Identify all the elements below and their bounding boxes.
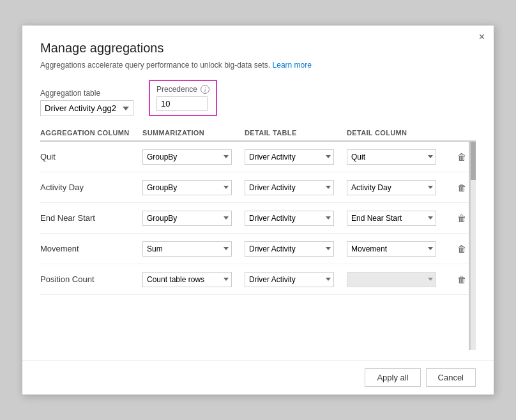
col-header-detail-table: DETAIL TABLE	[245, 129, 347, 137]
delete-row-button[interactable]: 🗑	[449, 152, 471, 162]
summarization-select[interactable]: GroupBySumMinMaxCountCount table rowsAve…	[142, 211, 232, 226]
agg-column-label: Activity Day	[40, 183, 142, 192]
detail-table-select[interactable]: Driver Activity	[245, 149, 334, 165]
detail-column-select[interactable]: MovementQuitActivity DayEnd Near StartMo…	[347, 241, 436, 257]
precedence-box: Precedence i	[149, 80, 217, 116]
agg-column-label: End Near Start	[40, 213, 142, 223]
aggregation-table-select[interactable]: Driver Activity Agg2	[40, 100, 133, 116]
rows-container: QuitGroupBySumMinMaxCountCount table row…	[40, 141, 476, 350]
dialog-body: Manage aggregations Aggregations acceler…	[22, 26, 494, 360]
learn-more-link[interactable]: Learn more	[273, 61, 312, 70]
table-row: End Near StartGroupBySumMinMaxCountCount…	[40, 203, 469, 234]
scrollbar-track[interactable]	[471, 142, 476, 350]
detail-table-select[interactable]: Driver Activity	[245, 180, 334, 195]
top-controls: Aggregation table Driver Activity Agg2 P…	[40, 80, 476, 116]
close-button[interactable]: ×	[479, 32, 485, 42]
summarization-select[interactable]: GroupBySumMinMaxCountCount table rowsAve…	[142, 241, 232, 257]
table-row: Activity DayGroupBySumMinMaxCountCount t…	[40, 172, 469, 203]
aggregation-table-group: Aggregation table Driver Activity Agg2	[40, 89, 133, 116]
manage-aggregations-dialog: × Manage aggregations Aggregations accel…	[22, 25, 494, 395]
info-icon: i	[201, 85, 209, 94]
cancel-button[interactable]: Cancel	[426, 368, 476, 387]
detail-table-select[interactable]: Driver Activity	[245, 241, 334, 257]
precedence-input[interactable]	[156, 96, 208, 111]
dialog-footer: Apply all Cancel	[22, 360, 494, 394]
aggregation-table-label: Aggregation table	[40, 89, 133, 98]
agg-column-label: Position Count	[40, 274, 142, 284]
dialog-subtitle: Aggregations accelerate query performanc…	[40, 61, 476, 70]
scrollbar-thumb	[471, 142, 476, 180]
delete-row-button[interactable]: 🗑	[449, 244, 471, 254]
detail-column-select	[347, 272, 436, 287]
table-row: MovementGroupBySumMinMaxCountCount table…	[40, 234, 469, 264]
delete-row-button[interactable]: 🗑	[449, 274, 471, 285]
apply-all-button[interactable]: Apply all	[365, 368, 420, 387]
col-header-detail-col: DETAIL COLUMN	[347, 129, 449, 137]
table-row: QuitGroupBySumMinMaxCountCount table row…	[40, 142, 469, 172]
delete-row-button[interactable]: 🗑	[449, 183, 471, 193]
agg-column-label: Quit	[40, 152, 142, 161]
detail-column-select[interactable]: Activity DayQuitActivity DayEnd Near Sta…	[347, 180, 436, 195]
detail-table-select[interactable]: Driver Activity	[245, 272, 334, 287]
detail-column-select[interactable]: QuitQuitActivity DayEnd Near StartMoveme…	[347, 149, 436, 165]
table-row: Position CountGroupBySumMinMaxCountCount…	[40, 264, 469, 295]
summarization-select[interactable]: GroupBySumMinMaxCountCount table rowsAve…	[142, 180, 232, 195]
dialog-title: Manage aggregations	[40, 41, 476, 56]
precedence-label-row: Precedence i	[156, 85, 209, 94]
detail-column-select[interactable]: End Near StartQuitActivity DayEnd Near S…	[347, 211, 436, 226]
summarization-select[interactable]: GroupBySumMinMaxCountCount table rowsAve…	[142, 272, 232, 287]
summarization-select[interactable]: GroupBySumMinMaxCountCount table rowsAve…	[142, 149, 232, 165]
column-headers: AGGREGATION COLUMN SUMMARIZATION DETAIL …	[40, 129, 476, 141]
rows-area: QuitGroupBySumMinMaxCountCount table row…	[40, 142, 471, 350]
detail-table-select[interactable]: Driver Activity	[245, 211, 334, 226]
col-header-agg: AGGREGATION COLUMN	[40, 129, 142, 137]
precedence-label: Precedence	[156, 85, 197, 94]
col-header-summarization: SUMMARIZATION	[142, 129, 245, 137]
delete-row-button[interactable]: 🗑	[449, 213, 471, 223]
agg-column-label: Movement	[40, 244, 142, 253]
